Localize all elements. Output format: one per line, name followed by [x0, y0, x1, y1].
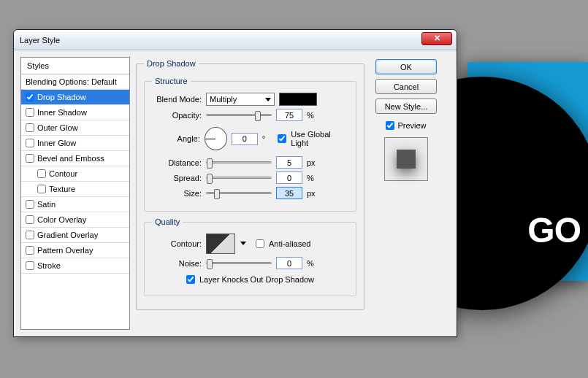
- blending-options-row[interactable]: Blending Options: Default: [21, 74, 129, 90]
- cancel-button[interactable]: Cancel: [375, 79, 437, 94]
- opacity-unit: %: [307, 111, 318, 120]
- blend-mode-select[interactable]: Multiply: [206, 93, 275, 106]
- angle-input[interactable]: [232, 133, 258, 145]
- opacity-input[interactable]: [276, 109, 302, 121]
- knockout-label: Layer Knocks Out Drop Shadow: [199, 275, 314, 284]
- spread-input[interactable]: [276, 171, 302, 184]
- titlebar[interactable]: Layer Style ✕: [14, 30, 457, 50]
- style-checkbox[interactable]: [37, 169, 46, 178]
- angle-label: Angle:: [152, 134, 200, 143]
- spread-slider[interactable]: [206, 177, 272, 179]
- preview-label: Preview: [397, 121, 426, 130]
- style-outer-glow[interactable]: Outer Glow: [21, 120, 129, 136]
- style-checkbox[interactable]: [37, 185, 46, 193]
- close-icon: ✕: [434, 34, 440, 42]
- style-checkbox[interactable]: [26, 246, 34, 255]
- slider-thumb[interactable]: [207, 158, 213, 169]
- slider-thumb[interactable]: [207, 259, 213, 269]
- contour-picker[interactable]: [206, 234, 235, 254]
- style-checkbox[interactable]: [26, 215, 34, 224]
- chevron-down-icon: [265, 98, 271, 101]
- preview-inner: [397, 150, 416, 169]
- style-checkbox[interactable]: [26, 93, 34, 101]
- preview-thumbnail: [384, 137, 428, 181]
- style-drop-shadow[interactable]: Drop Shadow: [21, 90, 129, 105]
- opacity-slider[interactable]: [206, 114, 272, 116]
- structure-group: Structure Blend Mode: Multiply Opacity: …: [144, 77, 356, 212]
- opacity-label: Opacity:: [152, 111, 202, 120]
- styles-header[interactable]: Styles: [21, 58, 129, 74]
- style-color-overlay[interactable]: Color Overlay: [21, 212, 129, 228]
- style-bevel-emboss[interactable]: Bevel and Emboss: [21, 151, 129, 166]
- quality-group: Quality Contour: Anti-aliased Noise:: [144, 217, 356, 296]
- size-input[interactable]: [276, 187, 302, 199]
- style-checkbox[interactable]: [26, 200, 34, 209]
- global-light-label: Use Global Light: [291, 130, 348, 147]
- style-gradient-overlay[interactable]: Gradient Overlay: [21, 228, 129, 243]
- styles-filler: [21, 274, 129, 329]
- distance-input[interactable]: [276, 156, 302, 169]
- size-label: Size:: [152, 189, 202, 198]
- structure-legend: Structure: [152, 77, 191, 85]
- spread-unit: %: [307, 174, 318, 182]
- panel-title: Drop Shadow: [144, 59, 199, 68]
- style-stroke[interactable]: Stroke: [21, 258, 129, 274]
- spread-label: Spread:: [152, 174, 202, 182]
- angle-dial[interactable]: [205, 127, 227, 150]
- contour-label: Contour:: [152, 239, 202, 248]
- preview-checkbox[interactable]: [386, 121, 394, 130]
- angle-unit: °: [262, 134, 273, 143]
- size-unit: px: [307, 189, 318, 198]
- antialiased-checkbox[interactable]: [256, 239, 264, 248]
- angle-hand: [205, 139, 215, 139]
- close-button[interactable]: ✕: [421, 32, 452, 45]
- knockout-checkbox[interactable]: [186, 275, 195, 284]
- blend-mode-label: Blend Mode:: [152, 95, 202, 104]
- style-checkbox[interactable]: [26, 123, 34, 132]
- canvas-go-text: GO: [527, 210, 581, 250]
- style-satin[interactable]: Satin: [21, 197, 129, 212]
- style-pattern-overlay[interactable]: Pattern Overlay: [21, 243, 129, 258]
- style-contour[interactable]: Contour: [21, 166, 129, 182]
- quality-legend: Quality: [152, 217, 183, 226]
- layer-style-dialog: Layer Style ✕ Styles Blending Options: D…: [13, 29, 457, 337]
- shadow-color-swatch[interactable]: [279, 93, 317, 106]
- distance-slider[interactable]: [206, 161, 272, 163]
- antialiased-label: Anti-aliased: [269, 239, 310, 248]
- size-slider[interactable]: [206, 192, 272, 194]
- noise-label: Noise:: [152, 259, 202, 268]
- style-inner-shadow[interactable]: Inner Shadow: [21, 105, 129, 120]
- style-checkbox[interactable]: [26, 261, 34, 270]
- canvas-preview: GO: [467, 62, 588, 281]
- drop-shadow-group: Drop Shadow Structure Blend Mode: Multip…: [136, 59, 364, 310]
- slider-thumb[interactable]: [214, 189, 220, 199]
- style-checkbox[interactable]: [26, 139, 34, 147]
- slider-thumb[interactable]: [255, 111, 261, 121]
- noise-input[interactable]: [276, 257, 302, 269]
- style-inner-glow[interactable]: Inner Glow: [21, 136, 129, 151]
- style-checkbox[interactable]: [26, 108, 34, 117]
- ok-button[interactable]: OK: [375, 59, 437, 74]
- styles-list: Styles Blending Options: Default Drop Sh…: [20, 57, 130, 330]
- chevron-down-icon: [240, 242, 246, 245]
- noise-unit: %: [307, 259, 318, 268]
- new-style-button[interactable]: New Style...: [375, 99, 437, 114]
- distance-label: Distance:: [152, 158, 202, 167]
- style-checkbox[interactable]: [26, 154, 34, 163]
- noise-slider[interactable]: [206, 262, 272, 264]
- style-checkbox[interactable]: [26, 231, 34, 239]
- slider-thumb[interactable]: [207, 174, 213, 184]
- style-texture[interactable]: Texture: [21, 182, 129, 197]
- distance-unit: px: [307, 158, 318, 167]
- global-light-checkbox[interactable]: [278, 134, 286, 143]
- dialog-title: Layer Style: [20, 36, 60, 45]
